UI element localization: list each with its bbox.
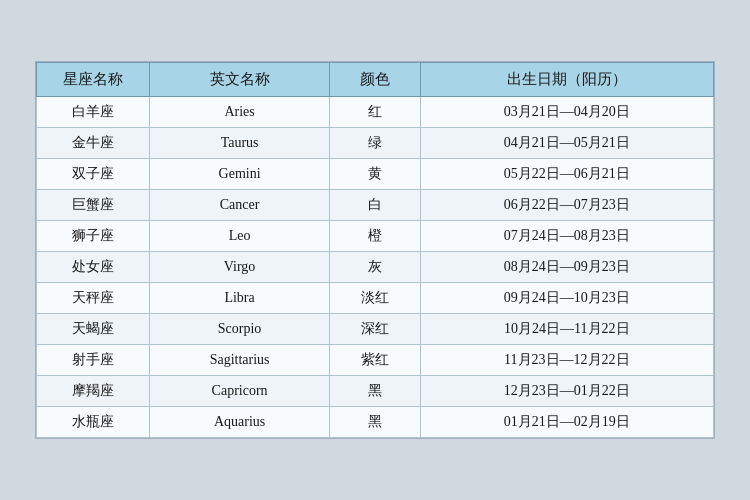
cell-date: 06月22日—07月23日 — [420, 190, 713, 221]
cell-date: 08月24日—09月23日 — [420, 252, 713, 283]
cell-chinese: 天秤座 — [37, 283, 150, 314]
table-row: 天秤座Libra淡红09月24日—10月23日 — [37, 283, 714, 314]
header-color: 颜色 — [330, 63, 420, 97]
cell-chinese: 处女座 — [37, 252, 150, 283]
cell-english: Aquarius — [149, 407, 330, 438]
cell-chinese: 射手座 — [37, 345, 150, 376]
table-row: 巨蟹座Cancer白06月22日—07月23日 — [37, 190, 714, 221]
cell-english: Taurus — [149, 128, 330, 159]
header-english: 英文名称 — [149, 63, 330, 97]
cell-english: Gemini — [149, 159, 330, 190]
cell-color: 白 — [330, 190, 420, 221]
cell-color: 黑 — [330, 376, 420, 407]
table-row: 摩羯座Capricorn黑12月23日—01月22日 — [37, 376, 714, 407]
cell-chinese: 双子座 — [37, 159, 150, 190]
cell-english: Virgo — [149, 252, 330, 283]
cell-date: 05月22日—06月21日 — [420, 159, 713, 190]
cell-color: 黄 — [330, 159, 420, 190]
cell-date: 10月24日—11月22日 — [420, 314, 713, 345]
cell-date: 09月24日—10月23日 — [420, 283, 713, 314]
cell-english: Capricorn — [149, 376, 330, 407]
cell-color: 橙 — [330, 221, 420, 252]
table-row: 双子座Gemini黄05月22日—06月21日 — [37, 159, 714, 190]
cell-chinese: 水瓶座 — [37, 407, 150, 438]
table-row: 水瓶座Aquarius黑01月21日—02月19日 — [37, 407, 714, 438]
cell-date: 01月21日—02月19日 — [420, 407, 713, 438]
cell-english: Sagittarius — [149, 345, 330, 376]
cell-chinese: 金牛座 — [37, 128, 150, 159]
cell-chinese: 狮子座 — [37, 221, 150, 252]
cell-color: 淡红 — [330, 283, 420, 314]
cell-date: 07月24日—08月23日 — [420, 221, 713, 252]
table-row: 射手座Sagittarius紫红11月23日—12月22日 — [37, 345, 714, 376]
cell-color: 绿 — [330, 128, 420, 159]
cell-chinese: 天蝎座 — [37, 314, 150, 345]
cell-color: 紫红 — [330, 345, 420, 376]
table-row: 白羊座Aries红03月21日—04月20日 — [37, 97, 714, 128]
cell-chinese: 巨蟹座 — [37, 190, 150, 221]
table-row: 处女座Virgo灰08月24日—09月23日 — [37, 252, 714, 283]
cell-date: 11月23日—12月22日 — [420, 345, 713, 376]
cell-english: Cancer — [149, 190, 330, 221]
cell-english: Scorpio — [149, 314, 330, 345]
cell-chinese: 白羊座 — [37, 97, 150, 128]
table-row: 狮子座Leo橙07月24日—08月23日 — [37, 221, 714, 252]
cell-english: Aries — [149, 97, 330, 128]
header-chinese: 星座名称 — [37, 63, 150, 97]
table-header-row: 星座名称 英文名称 颜色 出生日期（阳历） — [37, 63, 714, 97]
cell-english: Leo — [149, 221, 330, 252]
cell-color: 深红 — [330, 314, 420, 345]
cell-date: 12月23日—01月22日 — [420, 376, 713, 407]
table-row: 金牛座Taurus绿04月21日—05月21日 — [37, 128, 714, 159]
cell-date: 04月21日—05月21日 — [420, 128, 713, 159]
header-date: 出生日期（阳历） — [420, 63, 713, 97]
table-row: 天蝎座Scorpio深红10月24日—11月22日 — [37, 314, 714, 345]
cell-chinese: 摩羯座 — [37, 376, 150, 407]
cell-english: Libra — [149, 283, 330, 314]
cell-color: 红 — [330, 97, 420, 128]
cell-color: 灰 — [330, 252, 420, 283]
zodiac-table: 星座名称 英文名称 颜色 出生日期（阳历） 白羊座Aries红03月21日—04… — [36, 62, 714, 438]
zodiac-table-container: 星座名称 英文名称 颜色 出生日期（阳历） 白羊座Aries红03月21日—04… — [35, 61, 715, 439]
cell-color: 黑 — [330, 407, 420, 438]
cell-date: 03月21日—04月20日 — [420, 97, 713, 128]
